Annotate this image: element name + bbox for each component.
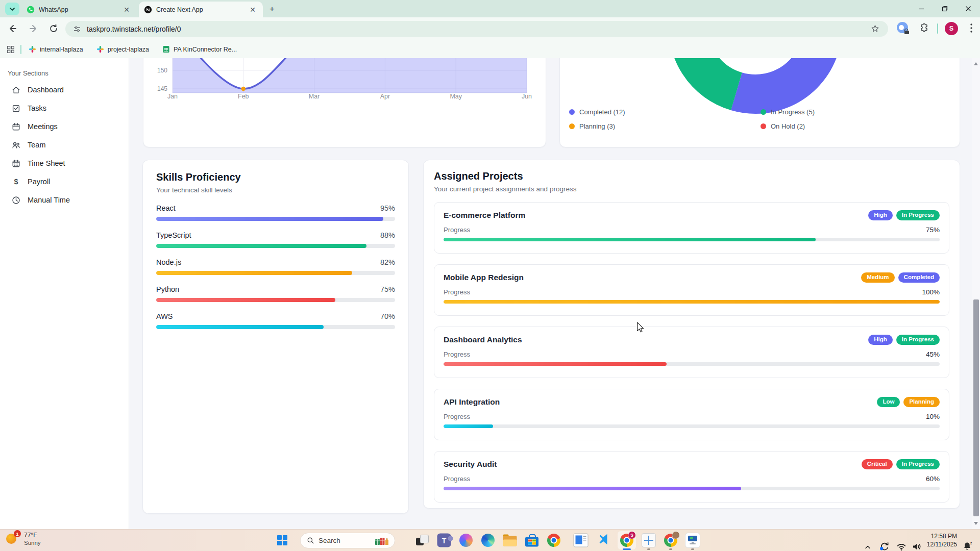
- tray-chevron-up-icon[interactable]: [864, 536, 872, 551]
- teams-icon[interactable]: T: [437, 534, 451, 547]
- taskpro-app-icon[interactable]: [685, 533, 700, 548]
- search-placeholder: Search: [318, 537, 375, 544]
- browser-menu-kebab-icon[interactable]: [966, 22, 976, 34]
- forward-icon[interactable]: [28, 23, 39, 34]
- sidebar-item-manual-time[interactable]: Manual Time: [0, 191, 129, 209]
- progress-track: [444, 362, 940, 366]
- progress-label: Progress: [444, 226, 470, 234]
- chrome-profile-2-icon[interactable]: [664, 534, 677, 547]
- chrome-icon[interactable]: [547, 534, 560, 547]
- tray-wifi-icon[interactable]: [896, 536, 906, 551]
- bookmark-project-laplaza[interactable]: project-laplaza: [96, 45, 149, 53]
- status-badge: In Progress: [896, 335, 940, 345]
- browser-tab-strip: WhatsApp ✕ Create Next App ✕ +: [0, 0, 980, 17]
- reload-icon[interactable]: [48, 23, 59, 34]
- sidebar-item-tasks[interactable]: Tasks: [0, 99, 129, 117]
- taskbar-search[interactable]: Search: [300, 533, 395, 548]
- url-text[interactable]: taskpro.twinstack.net/profile/0: [87, 25, 870, 33]
- tray-sync-icon[interactable]: [879, 535, 890, 551]
- weather-widget[interactable]: 1 77°F Sunny: [6, 532, 41, 546]
- progress-label: Progress: [444, 288, 470, 296]
- sidebar-item-time-sheet[interactable]: Time Sheet: [0, 155, 129, 172]
- screen: WhatsApp ✕ Create Next App ✕ + taskpro.t…: [0, 0, 980, 551]
- snip-tool-icon[interactable]: [642, 533, 656, 547]
- address-bar[interactable]: taskpro.twinstack.net/profile/0: [65, 21, 888, 37]
- browser-toolbar: taskpro.twinstack.net/profile/0 S: [0, 17, 980, 40]
- progress-fill: [156, 325, 324, 329]
- active-app-indicator: [623, 548, 631, 550]
- taskbar-clock[interactable]: 12:58 PM 12/11/2025: [927, 532, 957, 548]
- legend-item-planning[interactable]: Planning (3): [569, 122, 615, 130]
- progress-fill: [156, 217, 383, 221]
- tray-volume-icon[interactable]: [912, 536, 922, 551]
- tab-title: Create Next App: [156, 6, 243, 13]
- progress-percent: 60%: [926, 475, 940, 483]
- bookmark-star-icon[interactable]: [870, 24, 880, 34]
- profile-badge: S: [628, 531, 636, 539]
- skill-name: AWS: [156, 312, 173, 320]
- privacy-extension-icon[interactable]: [897, 22, 909, 34]
- tab-close-icon[interactable]: ✕: [248, 6, 258, 14]
- progress-track: [156, 325, 395, 329]
- status-badge: In Progress: [896, 210, 940, 220]
- scroll-down-arrow-icon[interactable]: [974, 522, 978, 525]
- skill-row-react: React95%: [156, 204, 395, 221]
- close-button[interactable]: [957, 0, 980, 17]
- window-app-icon[interactable]: [574, 534, 589, 547]
- sidebar-item-team[interactable]: Team: [0, 136, 129, 154]
- tab-whatsapp[interactable]: WhatsApp ✕: [21, 2, 137, 17]
- sidebar-item-payroll[interactable]: $ Payroll: [0, 173, 129, 190]
- file-explorer-icon[interactable]: [503, 535, 517, 546]
- tab-create-next-app[interactable]: Create Next App ✕: [139, 2, 263, 17]
- sidebar-item-label: Meetings: [28, 122, 58, 131]
- page-content: Your Sections Dashboard Tasks Meetings T…: [0, 58, 980, 529]
- tab-search-button[interactable]: [5, 3, 19, 15]
- priority-badge: Low: [877, 397, 900, 407]
- vscode-icon[interactable]: [597, 533, 610, 548]
- chrome-profile-s-icon[interactable]: S: [620, 534, 633, 547]
- priority-badge: High: [868, 210, 893, 220]
- notification-bell-icon[interactable]: z: [962, 535, 973, 551]
- bookmark-pa-kinconnector[interactable]: PA KinConnector Re...: [162, 45, 237, 53]
- legend-label: On Hold (2): [771, 122, 805, 130]
- bookmark-internal-laplaza[interactable]: internal-laplaza: [29, 45, 83, 53]
- extensions-puzzle-icon[interactable]: [918, 22, 929, 33]
- scrollbar-thumb[interactable]: [973, 299, 979, 516]
- projects-title: Assigned Projects: [434, 170, 949, 182]
- back-icon[interactable]: [7, 23, 18, 34]
- sidebar-item-label: Tasks: [28, 104, 46, 112]
- progress-fill: [156, 298, 335, 302]
- taskbar: 1 77°F Sunny Search T: [0, 529, 980, 551]
- project-name: Dashboard Analytics: [444, 335, 522, 344]
- start-button[interactable]: [277, 535, 287, 545]
- progress-fill: [444, 424, 493, 428]
- minimize-button[interactable]: [910, 0, 933, 17]
- task-view-icon[interactable]: [415, 533, 429, 547]
- profile-avatar[interactable]: S: [945, 22, 958, 35]
- dollar-icon: $: [11, 177, 21, 187]
- skill-row-nodejs: Node.js82%: [156, 258, 395, 275]
- progress-track: [156, 217, 395, 221]
- skill-row-aws: AWS70%: [156, 312, 395, 329]
- page-scrollbar[interactable]: [972, 58, 980, 529]
- skill-percent: 75%: [380, 285, 395, 293]
- legend-item-in-progress[interactable]: In Progress (5): [761, 108, 815, 116]
- sidebar-item-dashboard[interactable]: Dashboard: [0, 81, 129, 98]
- progress-label: Progress: [444, 475, 470, 483]
- restore-button[interactable]: [933, 0, 957, 17]
- sidebar-item-label: Time Sheet: [28, 159, 65, 167]
- progress-fill: [444, 238, 816, 241]
- tab-close-icon[interactable]: ✕: [121, 6, 132, 14]
- scroll-up-arrow-icon[interactable]: [974, 62, 978, 65]
- edge-icon[interactable]: [481, 534, 495, 547]
- microsoft-store-icon[interactable]: [525, 534, 538, 547]
- legend-item-on-hold[interactable]: On Hold (2): [761, 122, 805, 130]
- legend-item-completed[interactable]: Completed (12): [569, 108, 625, 116]
- new-tab-button[interactable]: +: [266, 4, 278, 15]
- skill-percent: 88%: [380, 231, 395, 239]
- apps-grid-icon[interactable]: [6, 45, 15, 54]
- copilot-icon[interactable]: [459, 534, 473, 547]
- sidebar-item-meetings[interactable]: Meetings: [0, 118, 129, 135]
- project-name: Mobile App Redesign: [444, 273, 524, 282]
- site-settings-icon[interactable]: [72, 24, 82, 34]
